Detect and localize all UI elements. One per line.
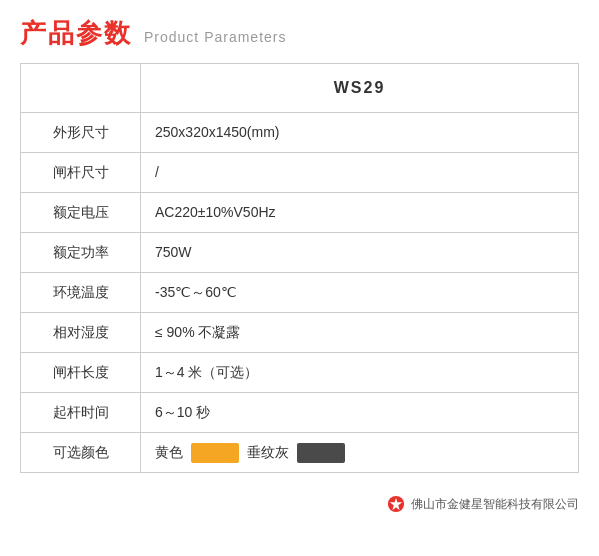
- color-row: 可选颜色黄色垂纹灰: [21, 433, 579, 473]
- row-label: 起杆时间: [21, 393, 141, 433]
- company-name: 佛山市金健星智能科技有限公司: [411, 496, 579, 513]
- company-logo-icon: [387, 495, 405, 513]
- title-english: Product Parameters: [144, 29, 287, 45]
- table-row: 起杆时间6～10 秒: [21, 393, 579, 433]
- row-label: 额定功率: [21, 233, 141, 273]
- row-label: 外形尺寸: [21, 113, 141, 153]
- row-value: /: [141, 153, 579, 193]
- table-row: 额定电压AC220±10%V50Hz: [21, 193, 579, 233]
- color-name: 垂纹灰: [247, 442, 289, 463]
- parameters-table: WS29 外形尺寸250x320x1450(mm)闸杆尺寸/额定电压AC220±…: [20, 63, 579, 473]
- table-row: 额定功率750W: [21, 233, 579, 273]
- row-label: 额定电压: [21, 193, 141, 233]
- row-label: 闸杆长度: [21, 353, 141, 393]
- title-chinese: 产品参数: [20, 16, 132, 51]
- table-row: 外形尺寸250x320x1450(mm): [21, 113, 579, 153]
- row-value: AC220±10%V50Hz: [141, 193, 579, 233]
- page-header: 产品参数 Product Parameters: [0, 0, 599, 63]
- row-value: 250x320x1450(mm): [141, 113, 579, 153]
- row-value: 750W: [141, 233, 579, 273]
- row-value: 1～4 米（可选）: [141, 353, 579, 393]
- row-value: 6～10 秒: [141, 393, 579, 433]
- footer: 佛山市金健星智能科技有限公司: [0, 489, 599, 523]
- color-swatch: [297, 443, 345, 463]
- row-label: 闸杆尺寸: [21, 153, 141, 193]
- color-row-label: 可选颜色: [21, 433, 141, 473]
- color-swatch: [191, 443, 239, 463]
- color-row-value: 黄色垂纹灰: [141, 433, 579, 473]
- parameters-table-wrapper: WS29 外形尺寸250x320x1450(mm)闸杆尺寸/额定电压AC220±…: [0, 63, 599, 489]
- color-name: 黄色: [155, 442, 183, 463]
- empty-header: [21, 64, 141, 113]
- table-row: 闸杆长度1～4 米（可选）: [21, 353, 579, 393]
- table-row: 环境温度-35℃～60℃: [21, 273, 579, 313]
- table-row: 闸杆尺寸/: [21, 153, 579, 193]
- table-row: 相对湿度≤ 90% 不凝露: [21, 313, 579, 353]
- row-value: ≤ 90% 不凝露: [141, 313, 579, 353]
- model-header: WS29: [141, 64, 579, 113]
- row-label: 相对湿度: [21, 313, 141, 353]
- row-label: 环境温度: [21, 273, 141, 313]
- row-value: -35℃～60℃: [141, 273, 579, 313]
